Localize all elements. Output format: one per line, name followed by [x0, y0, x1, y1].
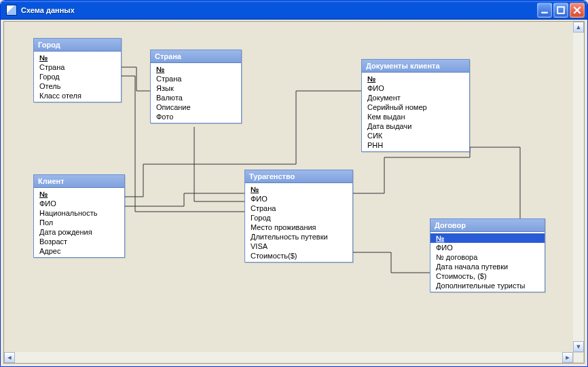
field-item[interactable]: Возраст — [34, 237, 124, 246]
field-item[interactable]: Длительность путевки — [245, 232, 352, 242]
entity-header[interactable]: Договор — [430, 219, 545, 232]
entity-header[interactable]: Документы клиента — [362, 60, 469, 73]
entity-Город[interactable]: Город№СтранаГородОтельКласс отеля — [33, 38, 122, 102]
vertical-scrollbar[interactable]: ▲ ▼ — [573, 22, 584, 352]
scroll-up-button[interactable]: ▲ — [573, 22, 584, 33]
field-item[interactable]: № — [430, 233, 545, 243]
field-item[interactable]: № — [362, 74, 469, 83]
entity-header[interactable]: Страна — [151, 50, 241, 63]
field-list: №ФИО№ договораДата начала путевкиСтоимос… — [430, 232, 545, 292]
horizontal-scroll-track[interactable] — [15, 352, 562, 363]
field-item[interactable]: Стоимость, ($) — [430, 271, 545, 281]
app-window: Схема данных Город№СтранаГородОтельКласс… — [0, 0, 588, 367]
field-item[interactable]: Валюта — [151, 93, 241, 102]
minimize-icon — [540, 6, 549, 14]
entity-Документы клиента[interactable]: Документы клиента№ФИОДокументСерийный но… — [361, 59, 470, 152]
field-item[interactable]: Описание — [151, 102, 241, 112]
field-list: №ФИОДокументСерийный номерКем выданДата … — [362, 73, 469, 151]
field-item[interactable]: Серийный номер — [362, 102, 469, 112]
entity-Клиент[interactable]: Клиент№ФИОНациональностьПолДата рождения… — [33, 174, 125, 258]
field-item[interactable]: ФИО — [362, 83, 469, 93]
field-item[interactable]: Страна — [245, 204, 352, 213]
field-item[interactable]: № — [151, 64, 241, 74]
minimize-button[interactable] — [537, 3, 552, 18]
close-icon — [573, 6, 581, 14]
field-list: №ФИОНациональностьПолДата рожденияВозрас… — [34, 188, 124, 257]
field-list: №ФИОСтранаГородМесто проживанияДлительно… — [245, 183, 352, 262]
field-item[interactable]: Стоимость($) — [245, 251, 352, 260]
field-item[interactable]: Дополнительные туристы — [430, 281, 545, 290]
field-item[interactable]: Кем выдан — [362, 112, 469, 121]
field-item[interactable]: Адрес — [34, 246, 124, 256]
entity-Турагенство[interactable]: Турагенство№ФИОСтранаГородМесто проживан… — [244, 170, 353, 263]
scroll-down-button[interactable]: ▼ — [573, 341, 584, 352]
scroll-right-button[interactable]: ► — [562, 352, 573, 363]
window-title: Схема данных — [21, 6, 537, 14]
window-buttons — [537, 3, 585, 18]
field-item[interactable]: VISA — [245, 242, 352, 251]
field-item[interactable]: Документ — [362, 93, 469, 102]
field-item[interactable]: № — [34, 189, 124, 199]
field-item[interactable]: Фото — [151, 112, 241, 121]
field-item[interactable]: Отель — [34, 81, 121, 91]
field-list: №СтранаГородОтельКласс отеля — [34, 52, 121, 102]
field-item[interactable]: Класс отеля — [34, 91, 121, 100]
entity-header[interactable]: Клиент — [34, 175, 124, 188]
field-item[interactable]: Город — [34, 72, 121, 81]
horizontal-scrollbar[interactable]: ◄ ► — [4, 352, 573, 363]
diagram-canvas[interactable]: Город№СтранаГородОтельКласс отеляСтрана№… — [4, 22, 573, 352]
field-item[interactable]: Национальность — [34, 208, 124, 218]
field-item[interactable]: Дата начала путевки — [430, 262, 545, 271]
scroll-left-button[interactable]: ◄ — [4, 352, 15, 363]
field-item[interactable]: ФИО — [245, 194, 352, 204]
field-item[interactable]: Дата рождения — [34, 227, 124, 237]
field-item[interactable]: Страна — [151, 74, 241, 83]
title-bar[interactable]: Схема данных — [1, 1, 587, 20]
field-item[interactable]: ФИО — [430, 243, 545, 252]
field-item[interactable]: № договора — [430, 252, 545, 262]
close-button[interactable] — [570, 3, 585, 18]
maximize-button[interactable] — [553, 3, 568, 18]
entity-header[interactable]: Город — [34, 39, 121, 52]
field-item[interactable]: № — [245, 185, 352, 194]
entity-Страна[interactable]: Страна№СтранаЯзыкВалютаОписаниеФото — [150, 50, 242, 123]
field-item[interactable]: Язык — [151, 83, 241, 93]
entity-Договор[interactable]: Договор№ФИО№ договораДата начала путевки… — [430, 218, 545, 292]
field-list: №СтранаЯзыкВалютаОписаниеФото — [151, 63, 241, 123]
app-icon — [6, 5, 17, 16]
field-item[interactable]: № — [34, 53, 121, 62]
field-item[interactable]: Пол — [34, 218, 124, 227]
field-item[interactable]: РНН — [362, 140, 469, 150]
field-item[interactable]: Город — [245, 213, 352, 223]
maximize-icon — [557, 6, 565, 14]
scrollbar-corner — [573, 352, 584, 363]
vertical-scroll-track[interactable] — [573, 33, 584, 341]
mdi-client: Город№СтранаГородОтельКласс отеляСтрана№… — [3, 21, 585, 364]
field-item[interactable]: ФИО — [34, 199, 124, 208]
field-item[interactable]: СИК — [362, 131, 469, 140]
entity-header[interactable]: Турагенство — [245, 170, 352, 183]
field-item[interactable]: Страна — [34, 62, 121, 72]
field-item[interactable]: Дата выдачи — [362, 121, 469, 131]
field-item[interactable]: Место проживания — [245, 223, 352, 232]
